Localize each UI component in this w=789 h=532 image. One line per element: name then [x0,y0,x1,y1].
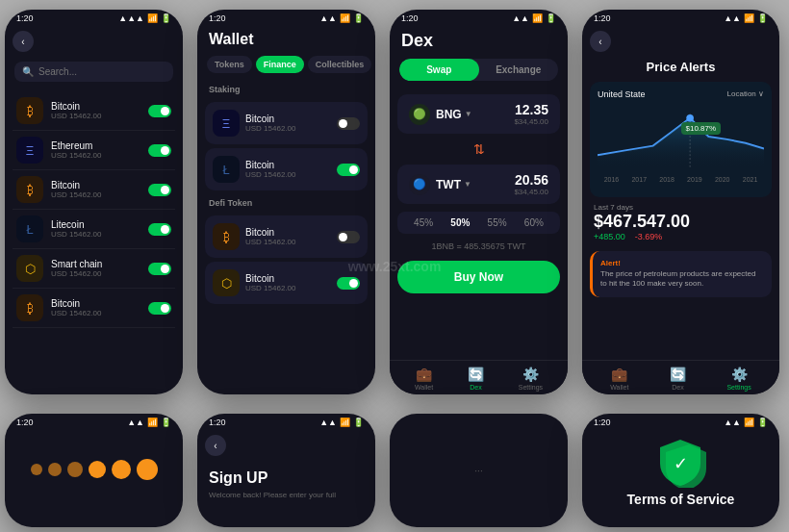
token2-icon: 🔵 [409,174,430,195]
dex-bottom-nav: 💼 Wallet 🔄 Dex ⚙️ Settings [390,360,568,394]
conversion-rate: 1BNB = 485.35675 TWT [390,238,568,255]
coin-info: Bitcoin USD 15462.00 [51,180,140,199]
wallet-title: Wallet [197,27,375,56]
phone-card-price-alerts: 1:20 ▲▲ 📶 🔋 ‹ Price Alerts United State … [582,10,779,394]
coin-list-item[interactable]: ₿ Bitcoin USD 15462.00 [13,91,175,131]
price-alerts-title: Price Alerts [582,56,779,82]
swap-bar: Swap Exchange [399,59,558,81]
chart-year: 2017 [631,176,647,183]
time-6: 1:20 [209,418,226,427]
staking-item[interactable]: Ξ Bitcoin USD 15462.00 [205,102,368,144]
partial-indicator: ··· [474,466,482,476]
phone-card-bottom-left: 1:20 ▲▲ 📶 🔋 [5,414,183,527]
last7-label: Last 7 days [594,203,768,212]
token2-arrow: ▼ [464,180,471,189]
percent-option[interactable]: 50% [450,217,470,228]
coin-list-item[interactable]: ⬡ Smart chain USD 15462.00 [13,249,175,289]
chart-year: 2020 [715,176,730,183]
coin-info: Bitcoin USD 15462.00 [51,298,140,317]
exchange-button[interactable]: Exchange [479,59,559,81]
phone-card-terms: 1:20 ▲▲ 📶 🔋 ✓ Terms of Service [582,414,779,527]
status-icons-2: ▲▲ 📶 🔋 [319,13,364,23]
back-button-1[interactable]: ‹ [13,31,34,52]
status-bar-8: 1:20 ▲▲ 📶 🔋 [582,414,779,431]
price-tooltip: $10.87% [681,122,722,135]
buy-now-button[interactable]: Buy Now [397,261,560,293]
defi-toggle[interactable] [337,277,360,290]
coin-name: Bitcoin [51,180,140,190]
token2-value: 20.56 [514,172,548,188]
token2-symbol: TWT [436,178,461,191]
back-button-4[interactable]: ‹ [590,31,611,52]
nav-item-settings[interactable]: ⚙️ Settings [519,367,543,391]
location-button[interactable]: Location ∨ [727,89,764,99]
wallet-tab[interactable]: Finance [256,56,304,73]
wallet-tab[interactable]: Tokens [207,56,252,73]
nav-item-alerts-settings[interactable]: ⚙️ Settings [726,367,751,391]
exchange-arrows: ⇅ [390,138,568,161]
nav-item-alerts-dex[interactable]: 🔄 Dex [670,367,686,391]
phone-card-bottom-center: ··· [390,414,568,527]
nav-item-alerts-wallet[interactable]: 💼 Wallet [610,367,628,391]
coin-list-item[interactable]: ₿ Bitcoin USD 15462.00 [13,289,175,328]
swap-button[interactable]: Swap [399,59,479,81]
staking-toggle[interactable] [337,164,360,176]
nav-icon: 💼 [416,367,432,382]
defi-coin-icon: ⬡ [213,269,240,296]
percent-option[interactable]: 55% [488,217,507,228]
staking-item[interactable]: Ł Bitcoin USD 15462.00 [205,148,368,190]
chart-year: 2016 [604,176,620,183]
status-bar-6: 1:20 ▲▲ 📶 🔋 [197,414,375,431]
staking-coin-info: Bitcoin USD 15462.00 [245,160,331,179]
coin-usd: USD 15462.00 [51,190,140,199]
dot [112,460,131,479]
coin-list-item[interactable]: ₿ Bitcoin USD 15462.00 [13,170,175,210]
staking-coin-usd: USD 15462.00 [245,124,331,133]
coin-name: Bitcoin [51,298,140,309]
time-2: 1:20 [209,13,226,23]
coin-toggle[interactable] [148,263,171,275]
coin-name: Litecoin [51,219,140,230]
dots-container [5,431,183,508]
wallet-tab[interactable]: Collectibles [308,56,372,73]
coin-toggle[interactable] [148,302,171,315]
coin-icon: Ξ [16,137,43,164]
dot [31,464,42,475]
search-bar[interactable]: 🔍 [14,62,173,82]
shield-icon: ✓ [654,435,707,488]
price-section: Last 7 days $467.547.00 +485.00 -3.69% [582,197,779,247]
search-input[interactable] [38,66,165,77]
defi-coin-usd: USD 15462.00 [245,284,331,292]
coin-toggle[interactable] [148,105,171,117]
phone-card-signup: 1:20 ▲▲ 📶 🔋 ‹ Sign UP Welcome back! Plea… [197,414,375,527]
coin-list-item[interactable]: Ł Litecoin USD 15462.00 [13,210,175,249]
back-button-6[interactable]: ‹ [205,435,226,456]
status-bar-4: 1:20 ▲▲ 📶 🔋 [582,10,779,27]
defi-toggle[interactable] [337,231,360,243]
coin-name: Smart chain [51,259,140,269]
coin-toggle[interactable] [148,184,171,196]
token2-usd: $34,45.00 [514,188,548,196]
nav-label: Dex [672,384,683,391]
percent-option[interactable]: 45% [414,217,433,228]
token1-value: 12.35 [514,102,548,117]
nav-item-wallet[interactable]: 💼 Wallet [415,367,433,391]
time-5: 1:20 [16,418,34,427]
token1-arrow: ▼ [465,110,472,118]
staking-toggle[interactable] [337,117,360,130]
coin-icon: ⬡ [16,255,43,282]
coin-list-item[interactable]: Ξ Ethereum USD 15462.00 [13,131,175,170]
token1-symbol: BNG [436,108,462,121]
nav-item-dex[interactable]: 🔄 Dex [468,367,484,391]
percent-option[interactable]: 60% [524,217,544,228]
defi-coin-usd: USD 15462.00 [245,238,331,246]
defi-item[interactable]: ⬡ Bitcoin USD 15462.00 [205,262,368,304]
token-row-1: 🟢 BNG ▼ 12.35 $34,45.00 [397,94,560,134]
chart-location: United State [598,89,646,99]
nav-icon: 🔄 [468,367,484,382]
coin-toggle[interactable] [148,144,171,157]
status-icons-4: ▲▲ 📶 🔋 [724,13,768,23]
coin-toggle[interactable] [148,223,171,236]
defi-item[interactable]: ₿ Bitcoin USD 15462.00 [205,215,368,258]
coin-usd: USD 15462.00 [51,309,140,317]
